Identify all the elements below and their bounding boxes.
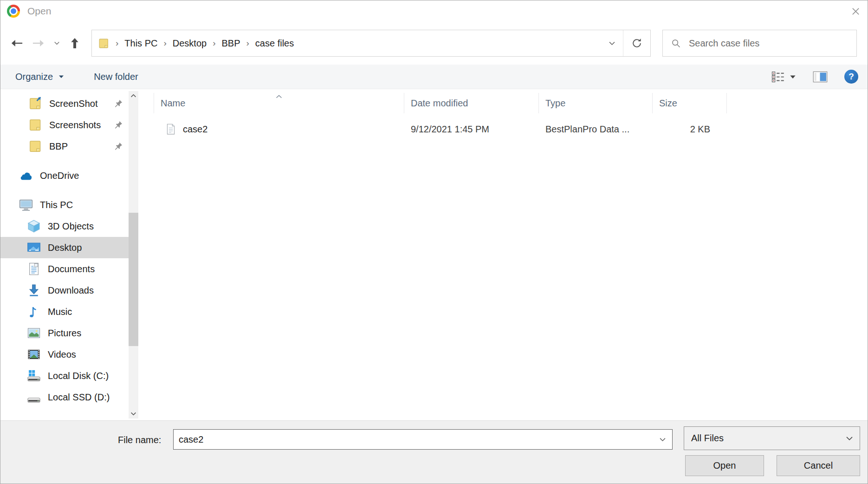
sidebar-item-label: This PC [40, 200, 73, 210]
breadcrumb: ›This PC›Desktop›BBP›case files [110, 38, 294, 49]
disk-icon [27, 390, 41, 404]
sidebar-item-label: Local SSD (D:) [48, 392, 110, 403]
file-name-input[interactable] [174, 434, 653, 445]
file-name-field [173, 429, 673, 450]
videos-icon [27, 347, 41, 361]
close-button[interactable] [843, 0, 868, 22]
chevron-up-icon [130, 94, 136, 98]
breadcrumb-item-bbp[interactable]: BBP [221, 38, 240, 49]
preview-pane-button[interactable] [813, 71, 828, 83]
forward-button[interactable] [27, 32, 50, 54]
content-area: ScreenShotScreenshotsBBPOneDriveThis PC3… [0, 89, 868, 420]
file-icon [165, 123, 177, 135]
pin-icon [114, 99, 123, 108]
sidebar-item-screenshots[interactable]: Screenshots [0, 114, 129, 136]
file-list-panel: NameDate modifiedTypeSize case29/12/2021… [140, 89, 868, 420]
chevron-down-icon [54, 41, 60, 45]
sidebar-item-local-disk-c[interactable]: Local Disk (C:) [0, 365, 129, 386]
sidebar-item-bbp[interactable]: BBP [0, 136, 129, 157]
navigation-sidebar: ScreenShotScreenshotsBBPOneDriveThis PC3… [0, 89, 140, 420]
file-name-history-button[interactable] [653, 430, 672, 449]
file-list-body: case29/12/2021 1:45 PMBestPlanPro Data .… [154, 119, 868, 139]
refresh-icon [631, 38, 642, 49]
search-box[interactable] [662, 30, 857, 57]
breadcrumb-separator: › [116, 38, 118, 48]
address-bar[interactable]: ›This PC›Desktop›BBP›case files [91, 30, 651, 57]
preview-pane-icon [813, 71, 828, 83]
folder-icon [28, 139, 42, 153]
column-header-label: Name [161, 98, 185, 109]
toolbar-right-group: ? [771, 70, 858, 84]
file-size-cell: 2 KB [653, 124, 727, 135]
chevron-down-icon [659, 438, 666, 442]
sidebar-item-label: OneDrive [40, 170, 79, 181]
address-dropdown-button[interactable] [601, 30, 623, 56]
chevron-down-icon [609, 41, 615, 46]
help-button[interactable]: ? [844, 70, 858, 84]
triangle-down-icon [790, 75, 796, 79]
open-dialog: Open ›This PC›Desktop›BBP›case files [0, 0, 868, 484]
list-view-icon [771, 71, 785, 83]
sidebar-item-label: Local Disk (C:) [48, 371, 109, 381]
file-row-case2[interactable]: case29/12/2021 1:45 PMBestPlanPro Data .… [154, 119, 868, 139]
up-arrow-icon [70, 37, 79, 49]
window-title: Open [27, 6, 51, 17]
sidebar-item-downloads[interactable]: Downloads [0, 280, 129, 301]
file-list-header: NameDate modifiedTypeSize [154, 93, 868, 113]
change-view-button[interactable] [771, 71, 796, 83]
up-button[interactable] [64, 32, 86, 54]
file-type-value: All Files [691, 433, 724, 444]
file-name-cell: case2 [154, 123, 404, 135]
sidebar-item-desktop[interactable]: Desktop [0, 237, 129, 258]
sidebar-section-gap [0, 157, 140, 165]
sidebar-item-music[interactable]: Music [0, 301, 129, 322]
sidebar-item-pictures[interactable]: Pictures [0, 322, 129, 344]
sidebar-item-label: Documents [48, 264, 95, 275]
sidebar-items: ScreenShotScreenshotsBBPOneDriveThis PC3… [0, 93, 140, 408]
column-header-label: Date modified [411, 98, 468, 109]
column-header-name[interactable]: Name [154, 93, 404, 113]
organize-button[interactable]: Organize [15, 72, 64, 82]
breadcrumb-item-this-pc[interactable]: This PC [124, 38, 157, 49]
column-header-date-modified[interactable]: Date modified [404, 93, 539, 113]
file-date-modified-cell: 9/12/2021 1:45 PM [404, 124, 539, 135]
column-header-size[interactable]: Size [653, 93, 727, 113]
search-input[interactable] [688, 38, 856, 49]
file-type-select[interactable]: All Files [684, 426, 860, 450]
scrollbar-thumb[interactable] [129, 213, 138, 346]
sidebar-scrollbar[interactable] [129, 91, 138, 419]
sidebar-item-3d-objects[interactable]: 3D Objects [0, 216, 129, 237]
sidebar-item-screenshot[interactable]: ScreenShot [0, 93, 129, 114]
folder-shortcut-icon [28, 97, 42, 111]
navigation-bar: ›This PC›Desktop›BBP›case files [0, 22, 868, 65]
close-icon [851, 7, 860, 16]
column-header-type[interactable]: Type [539, 93, 653, 113]
chevron-down-icon [130, 412, 136, 416]
sidebar-item-this-pc[interactable]: This PC [0, 194, 129, 216]
open-button[interactable]: Open [685, 455, 764, 476]
breadcrumb-item-case-files[interactable]: case files [255, 38, 294, 49]
scroll-down-button[interactable] [129, 409, 138, 419]
pin-icon [114, 142, 123, 151]
desktop-icon [27, 241, 41, 255]
sidebar-item-local-ssd-d[interactable]: Local SSD (D:) [0, 386, 129, 408]
cancel-button[interactable]: Cancel [777, 455, 860, 476]
download-icon [27, 283, 41, 297]
recent-locations-button[interactable] [50, 32, 64, 54]
scroll-up-button[interactable] [129, 91, 138, 100]
sidebar-item-documents[interactable]: Documents [0, 258, 129, 280]
sidebar-section-gap [0, 186, 140, 194]
document-icon [27, 262, 41, 276]
new-folder-label: New folder [94, 72, 138, 82]
pin-icon [114, 120, 123, 130]
title-bar: Open [0, 0, 868, 22]
music-icon [27, 305, 41, 319]
breadcrumb-item-desktop[interactable]: Desktop [173, 38, 207, 49]
back-button[interactable] [5, 32, 27, 54]
sidebar-item-label: 3D Objects [48, 221, 94, 232]
sidebar-item-videos[interactable]: Videos [0, 344, 129, 365]
breadcrumb-separator: › [246, 38, 249, 48]
refresh-button[interactable] [623, 30, 650, 56]
new-folder-button[interactable]: New folder [94, 72, 138, 82]
sidebar-item-onedrive[interactable]: OneDrive [0, 165, 129, 186]
